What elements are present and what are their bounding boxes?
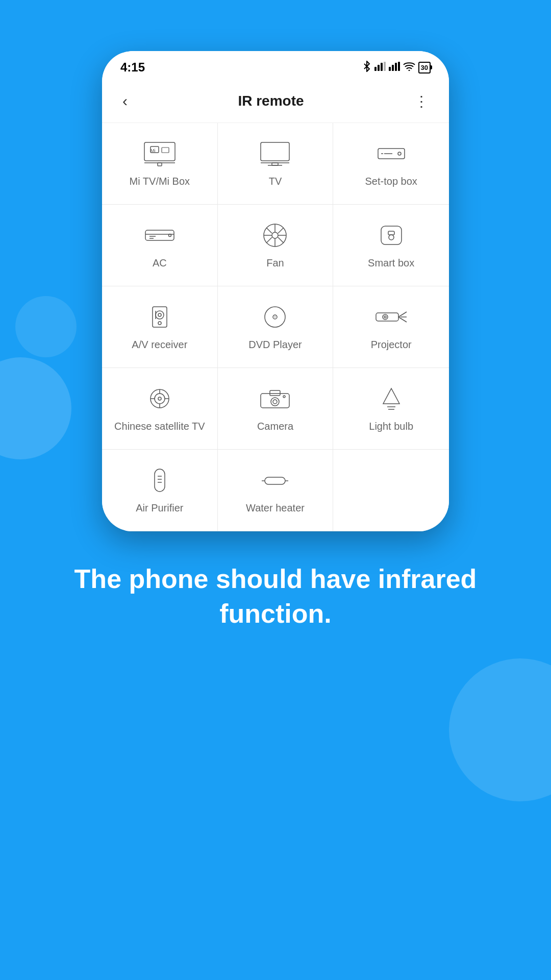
dvd-player-icon [257, 303, 293, 331]
dvd-player-label: DVD Player [248, 338, 302, 351]
svg-line-53 [398, 317, 407, 322]
projector-icon [373, 303, 409, 331]
app-header: ‹ IR remote ⋮ [102, 80, 449, 123]
svg-point-43 [158, 313, 161, 316]
status-icons: 30 [362, 61, 431, 75]
svg-rect-9 [144, 142, 175, 161]
svg-point-27 [168, 234, 171, 236]
svg-rect-15 [261, 142, 289, 161]
svg-rect-74 [265, 477, 285, 484]
ac-label: AC [153, 256, 167, 270]
svg-line-37 [266, 237, 272, 243]
device-smart-box[interactable]: Smart box [333, 205, 449, 286]
svg-point-21 [398, 152, 401, 155]
svg-rect-14 [162, 148, 169, 153]
svg-rect-4 [389, 67, 391, 71]
set-top-box-icon [373, 139, 409, 167]
svg-point-64 [271, 398, 279, 406]
bg-decoration-right [449, 658, 551, 801]
wifi-icon [403, 62, 415, 74]
water-heater-icon [257, 466, 293, 494]
svg-rect-5 [392, 65, 394, 71]
bluetooth-icon [362, 61, 371, 75]
svg-rect-23 [145, 230, 174, 240]
device-grid: Mi Mi TV/Mi Box TV [102, 123, 449, 531]
signal-icon-2 [389, 62, 400, 74]
device-chinese-satellite-tv[interactable]: Chinese satellite TV [102, 368, 218, 450]
fan-label: Fan [266, 256, 284, 270]
battery-icon: 30 [418, 62, 431, 74]
svg-point-48 [274, 316, 276, 317]
svg-point-44 [158, 322, 161, 325]
projector-label: Projector [371, 338, 412, 351]
svg-point-56 [155, 394, 165, 404]
svg-point-8 [408, 69, 410, 71]
svg-point-65 [273, 400, 277, 404]
device-light-bulb[interactable]: Light bulb [333, 368, 449, 450]
status-bar: 4:15 [102, 51, 449, 80]
svg-point-50 [383, 314, 388, 320]
device-air-purifier[interactable]: Air Purifier [102, 450, 218, 531]
smart-box-icon [373, 221, 409, 249]
bg-decoration-top [15, 296, 77, 357]
av-receiver-icon [142, 303, 178, 331]
svg-rect-49 [376, 313, 398, 321]
svg-rect-1 [378, 65, 380, 71]
signal-icon-1 [374, 62, 386, 74]
tv-icon [257, 139, 293, 167]
device-ac[interactable]: AC [102, 205, 218, 286]
mi-tv-icon: Mi [142, 139, 178, 167]
svg-rect-7 [398, 62, 400, 71]
svg-line-36 [278, 228, 284, 233]
svg-point-29 [272, 232, 278, 238]
device-projector[interactable]: Projector [333, 286, 449, 368]
ac-icon [142, 221, 178, 249]
phone-frame: 4:15 [102, 51, 449, 531]
device-mi-tv[interactable]: Mi Mi TV/Mi Box [102, 123, 218, 205]
device-camera[interactable]: Camera [218, 368, 334, 450]
av-receiver-label: A/V receiver [132, 338, 187, 351]
page-title: IR remote [238, 93, 304, 109]
more-button[interactable]: ⋮ [409, 90, 434, 112]
set-top-box-label: Set-top box [365, 175, 417, 188]
fan-icon [257, 221, 293, 249]
svg-point-51 [384, 316, 386, 318]
camera-label: Camera [257, 420, 293, 433]
device-set-top-box[interactable]: Set-top box [333, 123, 449, 205]
svg-rect-3 [384, 62, 386, 71]
device-dvd-player[interactable]: DVD Player [218, 286, 334, 368]
device-tv[interactable]: TV [218, 123, 334, 205]
device-av-receiver[interactable]: A/V receiver [102, 286, 218, 368]
svg-text:Mi: Mi [151, 148, 156, 153]
svg-line-34 [266, 228, 272, 233]
svg-rect-40 [388, 231, 394, 235]
svg-point-57 [158, 397, 161, 400]
svg-point-66 [283, 396, 285, 398]
back-button[interactable]: ‹ [117, 90, 133, 112]
svg-rect-38 [381, 226, 402, 244]
svg-line-35 [278, 237, 284, 243]
camera-icon [257, 384, 293, 412]
svg-rect-11 [158, 163, 162, 166]
tv-label: TV [269, 175, 282, 188]
svg-point-42 [156, 311, 164, 319]
svg-line-52 [398, 312, 407, 317]
svg-rect-70 [155, 469, 165, 492]
smart-box-label: Smart box [368, 256, 414, 270]
air-purifier-icon [142, 466, 178, 494]
device-water-heater[interactable]: Water heater [218, 450, 334, 531]
svg-rect-6 [395, 63, 397, 71]
air-purifier-label: Air Purifier [136, 501, 183, 514]
svg-point-39 [389, 235, 394, 240]
svg-rect-0 [374, 67, 377, 71]
water-heater-label: Water heater [246, 501, 305, 514]
svg-rect-2 [381, 63, 383, 71]
bg-decoration-left [0, 357, 71, 459]
svg-rect-41 [153, 307, 167, 327]
svg-rect-63 [270, 390, 280, 396]
bottom-text: The phone should have infrared function. [0, 562, 551, 631]
light-bulb-icon [373, 384, 409, 412]
device-fan[interactable]: Fan [218, 205, 334, 286]
status-time: 4:15 [120, 60, 145, 75]
chinese-satellite-tv-label: Chinese satellite TV [114, 420, 205, 433]
